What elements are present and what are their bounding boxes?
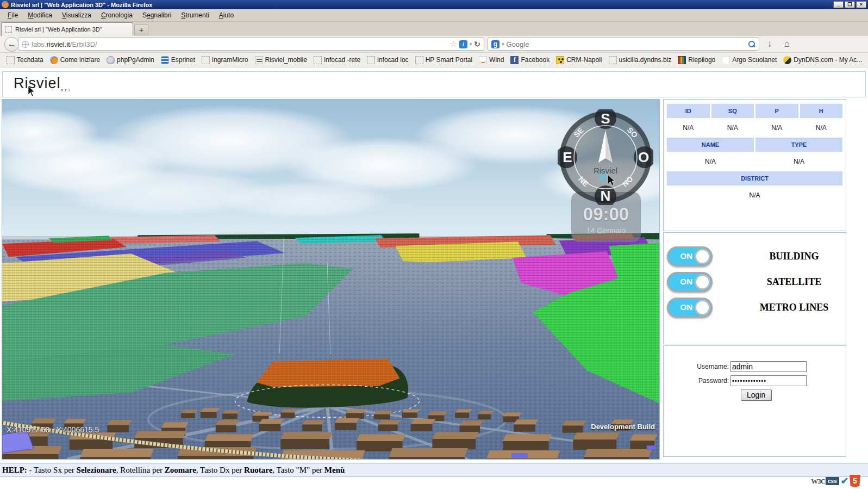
toggle-knob[interactable]: [695, 249, 710, 264]
toggle-knob[interactable]: [695, 300, 710, 315]
title-bar: Risviel srl | "Web Application 3D" - Moz…: [0, 0, 868, 9]
bookmark-usicilia[interactable]: usicilia.dyndns.biz: [605, 55, 675, 65]
w3c-logo[interactable]: W3C: [811, 477, 825, 486]
building-toggle[interactable]: ON: [667, 246, 713, 267]
downloads-button[interactable]: ↓: [763, 39, 777, 49]
chevron-down-icon[interactable]: ▾: [470, 41, 472, 47]
info-header-id: ID: [667, 104, 710, 118]
bookmark-dyndns[interactable]: DynDNS.com - My Ac...: [780, 55, 865, 65]
cursor-icon: [28, 86, 36, 97]
toggle-knob[interactable]: [695, 274, 710, 290]
paw-icon: [556, 56, 564, 64]
menu-bar: File Modifica Visualizza Cronologia Segn…: [0, 9, 868, 22]
clock-date: 14 Gennaio: [571, 226, 641, 235]
dyndns-icon: [783, 56, 791, 64]
url-bar[interactable]: labs.risviel.it/Erbil3D/ ☆ i ▾ ↻: [18, 38, 484, 51]
menu-file[interactable]: File: [3, 10, 22, 21]
minimize-button[interactable]: _: [833, 1, 844, 8]
google-icon: g: [491, 40, 499, 48]
info-value-type: N/A: [755, 153, 842, 170]
menu-segnalibri[interactable]: Segnalibri: [138, 10, 176, 21]
bookmark-infocad-loc[interactable]: infocad loc: [364, 55, 411, 65]
help-text: , Rotellina per: [116, 466, 165, 474]
login-button[interactable]: Login: [741, 389, 771, 400]
bookmarks-bar: Techdata Come iniziare phpPgAdmin Esprin…: [0, 53, 868, 67]
placeholder-icon: [202, 56, 210, 64]
help-bar: HELP: - Tasto Sx per Selezionare, Rotell…: [0, 463, 868, 477]
bookmark-folder-acquario[interactable]: acquario: [865, 55, 868, 65]
help-text: , Tasto Dx per: [196, 466, 244, 474]
bookmark-argo-scuolanet[interactable]: Argo Scuolanet: [719, 55, 780, 65]
scene-3d-canvas[interactable]: 09:00 14 Gennaio S N E O: [2, 99, 660, 460]
tab-risviel[interactable]: Risviel srl | "Web Application 3D": [1, 22, 133, 36]
bookmark-risviel-mobile[interactable]: Risviel_mobile: [252, 55, 310, 65]
compass-north-label: N: [601, 188, 611, 204]
tab-favicon-placeholder-icon: [5, 26, 12, 33]
placeholder-icon: [415, 56, 423, 64]
restore-button[interactable]: ❐: [845, 1, 855, 8]
bookmark-riepilogo[interactable]: Riepilogo: [675, 55, 719, 65]
info-header-district: DISTRICT: [667, 171, 842, 185]
css-badge[interactable]: css: [826, 477, 839, 485]
menu-visualizza[interactable]: Visualizza: [58, 10, 96, 21]
metro-lines-label: METRO LINES: [713, 302, 846, 313]
search-magnifier-icon[interactable]: [748, 41, 755, 48]
compass-west-label: O: [638, 149, 649, 165]
page-content: Risviels.r.l: [0, 71, 868, 489]
search-engine-dropdown-icon[interactable]: ▾: [502, 41, 504, 47]
blank-icon: [722, 56, 730, 64]
ddwrt-icon: [255, 56, 263, 64]
elephant-icon: [107, 56, 115, 64]
info-value-sq: N/A: [711, 120, 754, 136]
search-input[interactable]: [507, 40, 746, 48]
sidebar: ID SQ P H N/A N/A N/A N/A NAME TYPE N/A …: [663, 99, 846, 460]
browser-window: Risviel srl | "Web Application 3D" - Moz…: [0, 0, 868, 489]
close-button[interactable]: ×: [856, 1, 866, 8]
bookmark-star-icon[interactable]: ☆: [449, 40, 457, 48]
bookmark-ingrammicro[interactable]: IngramMicro: [198, 55, 252, 65]
clock-time: 09:00: [571, 206, 641, 222]
reload-icon[interactable]: ↻: [474, 40, 480, 48]
bookmark-hp-smart-portal[interactable]: HP Smart Portal: [412, 55, 476, 65]
extension-icon[interactable]: i: [459, 40, 467, 48]
satellite-toggle[interactable]: ON: [667, 272, 713, 292]
menu-modifica[interactable]: Modifica: [23, 10, 57, 21]
bookmark-come-iniziare[interactable]: Come iniziare: [47, 55, 103, 65]
help-text: Ruotare: [244, 466, 272, 474]
bookmark-crm-napoli[interactable]: CRM-Napoli: [553, 55, 605, 65]
username-field[interactable]: [730, 361, 807, 372]
compass-south-label: S: [601, 110, 610, 127]
new-tab-button[interactable]: +: [134, 24, 148, 35]
bookmark-esprinet[interactable]: Esprinet: [158, 55, 198, 65]
bookmark-wind[interactable]: Wind: [476, 55, 507, 65]
checkmark-icon: ✔: [841, 475, 848, 487]
facebook-icon: f: [510, 56, 519, 64]
password-field[interactable]: [730, 375, 807, 386]
site-header: Risviels.r.l: [2, 71, 866, 97]
bookmark-infocad-rete[interactable]: Infocad -rete: [310, 55, 364, 65]
toggle-state-label: ON: [680, 302, 693, 312]
help-text: , Tasto "M" per: [272, 466, 324, 474]
html5-badge[interactable]: 5: [850, 475, 860, 487]
navigation-bar: ← labs.risviel.it/Erbil3D/ ☆ i ▾ ↻ g ▾ ↓…: [0, 36, 868, 53]
info-panel: ID SQ P H N/A N/A N/A N/A NAME TYPE N/A …: [663, 99, 846, 231]
tab-strip: Risviel srl | "Web Application 3D" +: [0, 22, 868, 36]
satellite-label: SATELLITE: [713, 276, 846, 288]
back-button[interactable]: ←: [4, 37, 19, 52]
menu-cronologia[interactable]: Cronologia: [97, 10, 137, 21]
password-label: Password:: [664, 377, 730, 385]
globe-icon: [22, 41, 29, 48]
info-header-h: H: [800, 104, 843, 118]
menu-aiuto[interactable]: Aiuto: [215, 10, 238, 21]
bookmark-techdata[interactable]: Techdata: [3, 55, 47, 65]
wind-icon: [479, 56, 487, 64]
help-text: Menù: [324, 466, 345, 474]
bookmark-facebook[interactable]: fFacebook: [507, 55, 553, 65]
compass-widget[interactable]: S N E O SE SO NE NO Risviel: [558, 109, 653, 205]
bookmark-phppgadmin[interactable]: phpPgAdmin: [103, 55, 158, 65]
search-bar[interactable]: g ▾: [488, 38, 759, 51]
menu-strumenti[interactable]: Strumenti: [177, 10, 213, 21]
home-button[interactable]: ⌂: [780, 39, 794, 49]
metro-lines-toggle[interactable]: ON: [667, 298, 713, 318]
toggle-state-label: ON: [680, 277, 693, 286]
